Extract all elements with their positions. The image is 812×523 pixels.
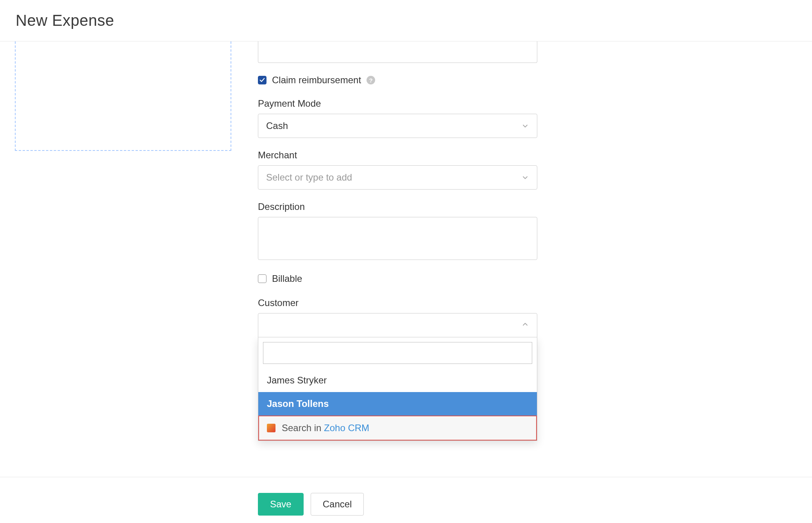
payment-mode-select[interactable]: Cash: [258, 114, 537, 138]
merchant-placeholder: Select or type to add: [266, 172, 352, 183]
chevron-down-icon: [522, 172, 528, 183]
chevron-down-icon: [522, 120, 528, 131]
merchant-select[interactable]: Select or type to add: [258, 165, 537, 190]
merchant-label: Merchant: [258, 150, 537, 161]
crm-search-prefix: Search in: [282, 423, 324, 433]
customer-search-input[interactable]: [263, 342, 532, 364]
search-zoho-crm-option[interactable]: Search in Zoho CRM: [258, 416, 537, 441]
chevron-up-icon: [522, 321, 528, 329]
crm-link-text: Zoho CRM: [324, 423, 369, 433]
payment-mode-value: Cash: [266, 120, 288, 131]
claim-reimbursement-label: Claim reimbursement: [272, 75, 361, 86]
claim-reimbursement-checkbox[interactable]: [258, 76, 266, 84]
customer-option[interactable]: Jason Tollens: [258, 392, 537, 416]
description-textarea[interactable]: [258, 217, 537, 260]
zoho-crm-icon: [267, 424, 275, 432]
billable-label: Billable: [272, 273, 302, 284]
receipt-upload-dropzone[interactable]: [15, 41, 231, 151]
amount-field-partial[interactable]: [258, 41, 537, 63]
payment-mode-label: Payment Mode: [258, 98, 537, 109]
customer-label: Customer: [258, 297, 537, 308]
description-label: Description: [258, 201, 537, 212]
cancel-button[interactable]: Cancel: [311, 493, 364, 516]
help-icon[interactable]: ?: [367, 76, 375, 84]
customer-dropdown: James Stryker Jason Tollens Search in Zo…: [258, 337, 537, 441]
billable-checkbox[interactable]: [258, 274, 266, 283]
check-icon: [259, 77, 265, 83]
save-button[interactable]: Save: [258, 493, 304, 516]
page-title: New Expense: [16, 12, 796, 29]
customer-option[interactable]: James Stryker: [258, 369, 537, 392]
customer-select[interactable]: [258, 313, 537, 337]
